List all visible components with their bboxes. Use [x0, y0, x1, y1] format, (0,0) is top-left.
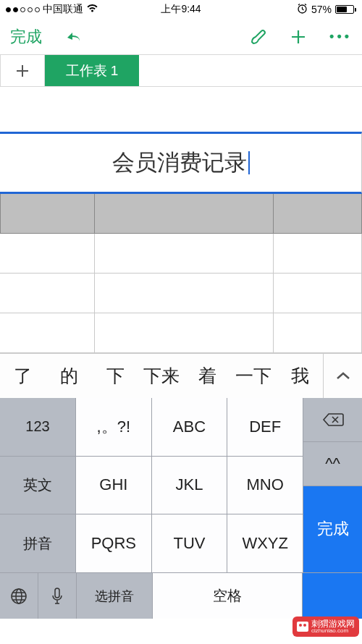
watermark-logo-icon — [297, 622, 308, 632]
keyboard-done-extend[interactable] — [303, 573, 362, 619]
symbol-key[interactable]: ^^ — [303, 442, 362, 486]
cell[interactable] — [274, 313, 362, 353]
key-def[interactable]: DEF — [227, 398, 303, 456]
signal-dots-icon — [6, 7, 40, 12]
expand-candidates-button[interactable] — [323, 354, 362, 398]
more-icon[interactable]: ••• — [329, 29, 352, 44]
format-brush-icon[interactable] — [248, 27, 267, 46]
table-row[interactable] — [0, 274, 362, 313]
status-bar: 中国联通 上午9:44 57% — [0, 0, 362, 19]
alarm-icon — [297, 3, 308, 16]
key-ghi[interactable]: GHI — [76, 457, 151, 514]
merged-title-cell[interactable]: 会员消费记录 — [0, 132, 362, 194]
watermark-domain: cizhuniao.com — [311, 628, 355, 634]
key-123[interactable]: 123 — [0, 398, 75, 456]
key-pqrs[interactable]: PQRS — [76, 514, 151, 572]
select-pinyin-key[interactable]: 选拼音 — [77, 573, 152, 619]
header-cell[interactable] — [274, 194, 362, 234]
header-cell[interactable] — [0, 194, 95, 234]
key-punct[interactable]: ,。?! — [76, 398, 151, 456]
sheet-tabs: 工作表 1 — [0, 55, 362, 87]
cell[interactable] — [95, 274, 274, 313]
undo-icon[interactable] — [64, 27, 85, 46]
table-header-row[interactable] — [0, 194, 362, 234]
key-abc[interactable]: ABC — [152, 398, 227, 456]
cell[interactable] — [0, 274, 95, 313]
globe-key[interactable] — [0, 573, 38, 619]
cell[interactable] — [95, 313, 274, 353]
space-key[interactable]: 空格 — [153, 573, 302, 619]
key-mno[interactable]: MNO — [227, 457, 303, 514]
watermark: 刺猬游戏网 cizhuniao.com — [292, 617, 359, 637]
candidate[interactable]: 的 — [46, 364, 93, 388]
candidate[interactable]: 着 — [185, 364, 231, 388]
backspace-key[interactable] — [303, 398, 362, 441]
add-icon[interactable] — [289, 27, 308, 46]
candidate[interactable]: 一下 — [231, 364, 277, 388]
cell[interactable] — [0, 313, 95, 353]
battery-icon — [335, 5, 356, 14]
add-sheet-button[interactable] — [0, 55, 45, 86]
header-cell[interactable] — [95, 194, 274, 234]
battery-pct: 57% — [311, 4, 332, 15]
candidate[interactable]: 下 — [92, 364, 138, 388]
key-pinyin[interactable]: 拼音 — [0, 514, 75, 572]
cell[interactable] — [95, 234, 274, 274]
text-cursor — [248, 151, 250, 174]
key-jkl[interactable]: JKL — [152, 457, 227, 514]
key-wxyz[interactable]: WXYZ — [227, 514, 303, 572]
carrier-label: 中国联通 — [43, 3, 83, 16]
keyboard-done-key[interactable]: 完成 — [303, 486, 362, 573]
key-english[interactable]: 英文 — [0, 457, 75, 514]
svg-rect-3 — [55, 588, 59, 598]
mic-key[interactable] — [38, 573, 76, 619]
sheet-tab-1[interactable]: 工作表 1 — [45, 55, 139, 86]
candidate[interactable]: 我 — [277, 364, 323, 388]
keyboard: 123 ,。?! ABC DEF 英文 GHI JKL MNO 拼音 PQRS … — [0, 398, 362, 619]
spreadsheet-area[interactable]: 会员消费记录 — [0, 132, 362, 353]
cell[interactable] — [274, 234, 362, 274]
cell-text: 会员消费记录 — [112, 148, 247, 178]
clock: 上午9:44 — [161, 3, 201, 16]
key-tuv[interactable]: TUV — [152, 514, 227, 572]
table-row[interactable] — [0, 234, 362, 274]
cell[interactable] — [0, 234, 95, 274]
toolbar: 完成 ••• — [0, 19, 362, 55]
candidate[interactable]: 下来 — [138, 364, 185, 388]
cell[interactable] — [274, 274, 362, 313]
ime-candidate-bar: 了 的 下 下来 着 一下 我 — [0, 353, 362, 398]
table-row[interactable] — [0, 313, 362, 353]
candidate[interactable]: 了 — [0, 364, 46, 388]
done-button[interactable]: 完成 — [10, 26, 42, 48]
wifi-icon — [86, 4, 98, 15]
